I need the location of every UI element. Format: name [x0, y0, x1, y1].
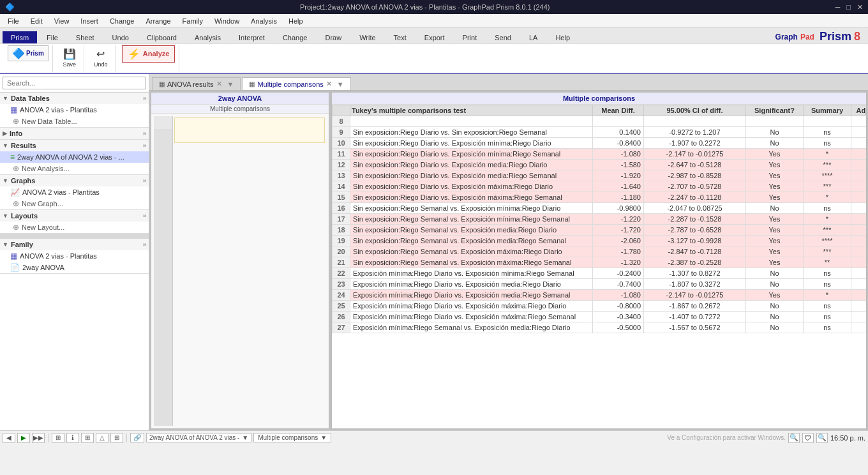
close-btn[interactable]: ✕ [857, 3, 863, 11]
row-mean-diff: -1.580 [593, 160, 644, 170]
col-significant: Significant? [746, 105, 804, 116]
row-significant: Yes [746, 192, 804, 203]
ribbon-tab-export[interactable]: Export [416, 31, 453, 43]
tab-anova-expand-icon[interactable]: ▼ [227, 80, 234, 88]
ribbon-tab-text[interactable]: Text [385, 31, 415, 43]
zoom-btn[interactable]: 🔍 [816, 433, 828, 443]
link-btn[interactable]: 🔗 [130, 433, 144, 442]
row-number: 23 [333, 279, 350, 290]
menu-item-change[interactable]: Change [105, 16, 140, 26]
tab-anova-results[interactable]: ▦ ANOVA results ✕ ▼ [152, 77, 241, 90]
prev-btn[interactable]: ◀ [3, 433, 15, 443]
row-summary: *** [804, 181, 851, 192]
sidebar-add-analysis[interactable]: ⊕ New Analysis... [0, 163, 149, 174]
section-info-expand[interactable]: » [143, 130, 146, 137]
section-results-expand[interactable]: » [143, 142, 146, 149]
row-summary: ** [804, 257, 851, 268]
ribbon-tab-file[interactable]: File [38, 31, 66, 43]
status-dropdown[interactable]: 2way ANOVA of ANOVA 2 vias - ▼ [146, 433, 251, 442]
chevron-down-icon-4: ▼ [3, 213, 8, 219]
menu-item-edit[interactable]: Edit [26, 16, 48, 26]
graph-icon: 📈 [10, 188, 20, 197]
analyze-btn[interactable]: ⚡ Analyze [122, 45, 176, 63]
tab-multiple-comparisons[interactable]: ▦ Multiple comparisons ✕ ▼ [242, 77, 350, 90]
ribbon-tab-interpret[interactable]: Interpret [230, 31, 273, 43]
row-number: 8 [333, 116, 350, 127]
ribbon-tab-prism[interactable]: Prism [3, 31, 37, 43]
ribbon-tab-draw[interactable]: Draw [317, 31, 350, 43]
sidebar-add-layout[interactable]: ⊕ New Layout... [0, 222, 149, 233]
ribbon-tab-sheet[interactable]: Sheet [68, 31, 103, 43]
anova-title: 2way ANOVA [218, 94, 262, 102]
menu-item-window[interactable]: Window [209, 16, 244, 26]
search-btn[interactable]: 🔍 [788, 433, 800, 443]
section-expand-icon[interactable]: » [143, 95, 146, 102]
row-ci: -2.147 to -0.01275 [644, 149, 746, 160]
layout-btn[interactable]: ⊞ [110, 433, 123, 443]
table-row: 26Exposición mínima:Riego Diario vs. Exp… [333, 312, 867, 322]
sidebar-section-info-header[interactable]: ▶ Info » [0, 128, 149, 139]
sidebar-2way-anova-label: 2way ANOVA of ANOVA 2 vias - ... [17, 153, 124, 161]
ribbon-tab-send[interactable]: Send [486, 31, 520, 43]
next-btn[interactable]: ▶▶ [32, 433, 45, 443]
menu-item-view[interactable]: View [49, 16, 75, 26]
undo-btn[interactable]: ↩ Undo [91, 45, 111, 70]
ribbon-tab-write[interactable]: Write [351, 31, 384, 43]
status-tab-pill[interactable]: Multiple comparisons ▼ [253, 433, 331, 442]
row-mean-diff: -1.720 [593, 225, 644, 236]
tab-anova-close-icon[interactable]: ✕ [216, 80, 222, 88]
mc-table-scroll[interactable]: Tukey's multiple comparisons test Mean D… [332, 105, 866, 428]
menu-item-help[interactable]: Help [283, 16, 308, 26]
row-comparison: Sin exposicion:Riego Diario vs. Exposici… [350, 192, 593, 203]
menu-item-analysis[interactable]: Analysis [246, 16, 282, 26]
ribbon-tab-help[interactable]: Help [547, 31, 578, 43]
ribbon-tab-analysis[interactable]: Analysis [186, 31, 229, 43]
row-number: 24 [333, 290, 350, 301]
play-btn[interactable]: ▶ [17, 433, 30, 443]
maximize-btn[interactable]: □ [846, 3, 851, 11]
sidebar-add-data-table[interactable]: ⊕ New Data Table... [0, 116, 149, 127]
sidebar-family-item-anova[interactable]: 📄 2way ANOVA [0, 262, 149, 273]
ribbon-tab-clipboard[interactable]: Clipboard [138, 31, 185, 43]
table-row: 14Sin exposicion:Riego Diario vs. Exposi… [333, 181, 867, 192]
sidebar-item-2way-anova[interactable]: ≡ 2way ANOVA of ANOVA 2 vias - ... [0, 151, 149, 163]
sidebar-family-item-table[interactable]: ▦ ANOVA 2 vias - Plantitas [0, 250, 149, 262]
section-layouts-expand[interactable]: » [143, 213, 146, 219]
tab-mc-expand-icon[interactable]: ▼ [337, 80, 344, 88]
sidebar-add-graph[interactable]: ⊕ New Graph... [0, 198, 149, 209]
sidebar-item-graph-anova2[interactable]: 📈 ANOVA 2 vias - Plantitas [0, 186, 149, 198]
row-summary: ns [804, 301, 851, 312]
analysis-btn[interactable]: ⊞ [81, 433, 94, 443]
ribbon-group-undo: ↩ Undo ↪ Redo [87, 45, 116, 72]
tab-mc-close-icon[interactable]: ✕ [326, 80, 332, 88]
ribbon-tab-change[interactable]: Change [274, 31, 316, 43]
row-significant: Yes [746, 257, 804, 268]
minimize-btn[interactable]: ─ [835, 3, 841, 11]
shield-btn[interactable]: 🛡 [802, 433, 814, 443]
table-row: 10Sin exposicion:Riego Diario vs. Exposi… [333, 138, 867, 149]
sidebar-item-anova2-table[interactable]: ▦ ANOVA 2 vias - Plantitas [0, 104, 149, 116]
graph-btn[interactable]: △ [96, 433, 108, 443]
sheet-btn[interactable]: ⊞ [52, 433, 64, 443]
section-graphs-expand[interactable]: » [143, 177, 146, 184]
save-btn[interactable]: 💾 Save [59, 45, 80, 70]
row-summary: **** [804, 236, 851, 246]
sidebar-section-data-tables-header[interactable]: ▼ Data Tables » [0, 93, 149, 104]
ribbon-tab-print[interactable]: Print [454, 31, 486, 43]
search-input[interactable] [3, 77, 146, 89]
row-comparison: Sin exposicion:Riego Semanal vs. Exposic… [350, 214, 593, 225]
sidebar-section-graphs-header[interactable]: ▼ Graphs » [0, 175, 149, 186]
ribbon-tab-undo[interactable]: Undo [104, 31, 137, 43]
sidebar-section-results-header[interactable]: ▼ Results » [0, 140, 149, 151]
sidebar-section-family-header[interactable]: ▼ Family » [0, 239, 149, 250]
info-btn[interactable]: ℹ [66, 433, 79, 443]
new-btn[interactable]: 🔷 Prism [8, 45, 49, 61]
sidebar-section-layouts-header[interactable]: ▼ Layouts » [0, 210, 149, 222]
anova-panel-subtitle: Multiple comparisons [151, 105, 329, 114]
section-family-expand[interactable]: » [143, 241, 146, 248]
menu-item-family[interactable]: Family [177, 16, 208, 26]
menu-item-file[interactable]: File [3, 16, 24, 26]
ribbon-tab-la[interactable]: LA [521, 31, 546, 43]
menu-item-insert[interactable]: Insert [75, 16, 103, 26]
menu-item-arrange[interactable]: Arrange [140, 16, 176, 26]
